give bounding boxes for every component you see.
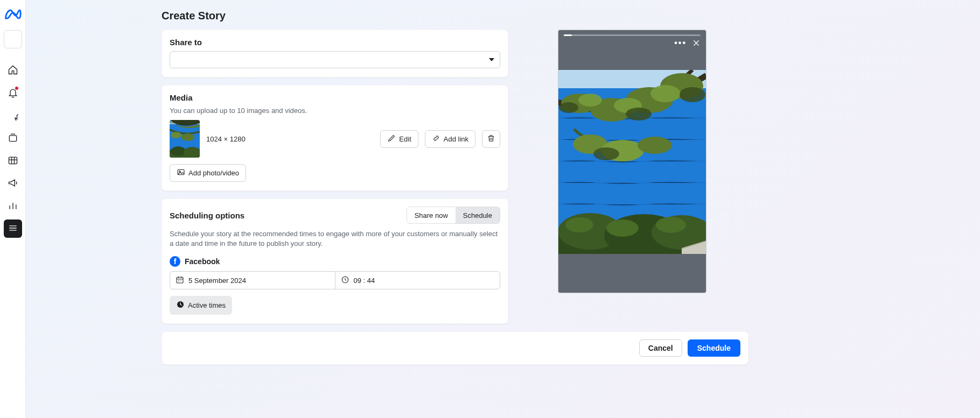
link-icon [432,134,440,144]
svg-rect-1 [9,157,17,164]
calendar-icon [176,275,184,286]
svg-point-4 [171,132,181,138]
pencil-icon [387,134,396,144]
svg-point-23 [626,108,652,121]
platform-label: Facebook [185,257,220,266]
hamburger-icon [8,223,18,235]
megaphone-icon [8,178,18,190]
home-icon [8,65,18,77]
sidebar-item-planner[interactable] [4,152,22,170]
media-card: Media You can upload up to 10 images and… [162,85,508,191]
scheduling-heading: Scheduling options [170,211,244,220]
sidebar-item-inbox[interactable] [4,107,22,125]
svg-point-19 [578,94,602,107]
media-thumbnail[interactable] [170,120,200,158]
active-times-button[interactable]: Active times [170,296,232,315]
scheduling-description: Schedule your story at the recommended t… [170,229,500,249]
svg-point-6 [171,146,186,156]
time-input[interactable]: 09 : 44 [335,272,500,289]
add-link-button[interactable]: Add link [425,130,475,148]
trash-icon [487,134,495,144]
date-input[interactable]: 5 September 2024 [170,272,335,289]
caret-down-icon [489,58,494,61]
media-dimensions: 1024 × 1280 [206,135,246,143]
delete-media-button[interactable] [482,130,500,148]
svg-point-34 [656,217,686,233]
svg-point-5 [181,133,194,141]
bar-chart-icon [8,200,18,212]
sidebar-item-content[interactable] [4,129,22,147]
meta-logo-icon [4,5,22,24]
preview-progress-bar [564,34,701,36]
clock-icon [341,275,349,286]
svg-point-28 [593,147,619,160]
svg-point-27 [638,137,672,154]
facebook-icon: f [170,256,180,267]
datetime-row: 5 September 2024 09 : 44 [170,271,500,289]
sidebar-item-notifications[interactable] [4,84,22,102]
media-heading: Media [170,93,500,102]
sidebar [0,0,26,418]
platform-row: f Facebook [170,256,500,267]
share-now-option[interactable]: Share now [407,207,456,223]
footer-bar: Cancel Schedule [162,331,748,365]
schedule-option[interactable]: Schedule [456,207,500,223]
svg-point-32 [565,217,593,232]
svg-point-33 [606,219,639,237]
svg-point-22 [559,102,578,113]
cancel-button[interactable]: Cancel [639,339,682,357]
scheduling-card: Scheduling options Share now Schedule Sc… [162,199,508,324]
time-value: 09 : 44 [354,277,375,285]
grid-icon [8,155,18,167]
scheduling-mode-toggle: Share now Schedule [407,207,500,224]
active-times-label: Active times [188,301,226,309]
media-description: You can upload up to 10 images and video… [170,107,500,115]
svg-point-21 [650,85,681,102]
preview-close-icon[interactable] [692,39,701,49]
edit-media-button[interactable]: Edit [380,130,418,148]
share-to-heading: Share to [170,38,500,47]
svg-rect-10 [177,277,183,283]
clock-filled-icon [176,300,185,310]
notification-dot-icon [15,87,18,90]
image-plus-icon [177,168,185,178]
schedule-submit-button[interactable]: Schedule [688,339,740,357]
sidebar-item-insights[interactable] [4,197,22,215]
page-title: Create Story [162,10,748,22]
chat-icon [8,110,18,122]
date-value: 5 September 2024 [188,277,246,285]
story-preview: ••• [558,30,706,293]
svg-rect-0 [9,135,16,141]
sidebar-item-ads[interactable] [4,174,22,193]
stack-icon [8,132,18,145]
share-to-card: Share to [162,30,508,77]
add-media-label: Add photo/video [188,169,239,177]
edit-label: Edit [399,135,411,143]
preview-image [558,70,706,254]
sidebar-item-home[interactable] [4,61,22,80]
share-to-dropdown[interactable] [170,51,500,68]
add-media-button[interactable]: Add photo/video [170,164,246,182]
sidebar-account-box[interactable] [4,30,22,48]
sidebar-item-menu[interactable] [4,219,22,238]
preview-more-icon[interactable]: ••• [674,39,687,49]
add-link-label: Add link [444,135,468,143]
svg-point-24 [680,87,705,102]
